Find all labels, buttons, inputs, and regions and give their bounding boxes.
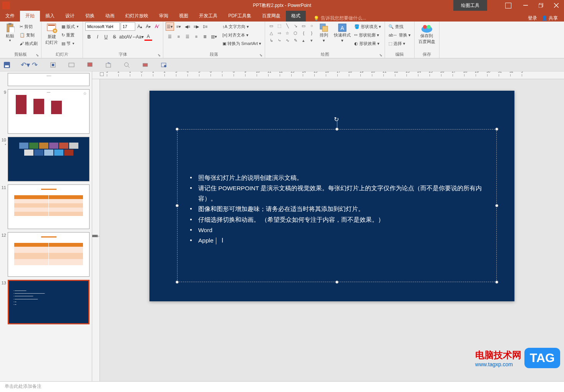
share-button[interactable]: 👤 共享 (542, 15, 558, 22)
dialog-launcher-icon[interactable]: ⬊ (259, 53, 262, 57)
tab-transitions[interactable]: 切换 (80, 10, 100, 22)
tab-animations[interactable]: 动画 (100, 10, 120, 22)
shape-line[interactable]: ╲ (284, 22, 291, 29)
shape-triangle[interactable]: △ (267, 30, 275, 37)
distribute-button[interactable]: ≣ (201, 32, 209, 41)
line-spacing-button[interactable]: ‡≡ (201, 22, 209, 31)
resize-handle-br[interactable] (495, 281, 498, 284)
shape-more-down[interactable]: ▾ (308, 37, 315, 44)
bullet-item[interactable]: 图像和图形可增加趣味；请务必在适当时将其添加到幻灯片。 (190, 204, 487, 214)
columns-button[interactable]: ▥▾ (210, 32, 218, 41)
qat-icon-7[interactable] (160, 61, 168, 69)
shape-effects-button[interactable]: ◐形状效果 ▾ (353, 39, 382, 48)
tab-review[interactable]: 审阅 (154, 10, 174, 22)
shape-curve[interactable]: ∿ (284, 37, 291, 44)
strikethrough-button[interactable]: S (111, 33, 118, 41)
clear-format-button[interactable]: A⁄ (153, 23, 161, 30)
resize-handle-ml[interactable] (176, 204, 179, 207)
tab-developer[interactable]: 开发工具 (194, 10, 223, 22)
qat-icon-6[interactable] (141, 61, 149, 69)
shape-rect[interactable]: ▭ (267, 22, 275, 29)
tab-design[interactable]: 设计 (60, 10, 80, 22)
font-name-input[interactable] (85, 22, 120, 31)
redo-icon[interactable]: ↷ (31, 61, 38, 69)
minimize-button[interactable] (518, 0, 533, 11)
italic-button[interactable]: I (94, 33, 101, 41)
resize-handle-tl[interactable] (176, 128, 179, 131)
bullet-item[interactable]: 照每张幻灯片上的说明创建演示文稿。 (190, 173, 487, 183)
shape-connector1[interactable]: ↳ (267, 37, 275, 44)
shape-freeform[interactable]: ✎ (292, 37, 299, 44)
tab-view[interactable]: 视图 (174, 10, 194, 22)
thumbnail-8-partial[interactable]: ━━━━━━ (0, 73, 92, 88)
close-button[interactable] (549, 0, 564, 11)
shape-fill-button[interactable]: 🪣形状填充 ▾ (353, 22, 382, 31)
paste-button[interactable]: 粘贴 ▼ (2, 22, 18, 43)
select-button[interactable]: ⬚选择 ▾ (387, 39, 411, 48)
bullet-item[interactable]: Word (190, 225, 487, 235)
bullet-item[interactable]: AppleI (190, 235, 487, 246)
bullet-list[interactable]: 照每张幻灯片上的说明创建演示文稿。 请记住 POWERPOINT 是演示文稿的视… (177, 130, 496, 246)
shape-star[interactable]: ☆ (284, 30, 291, 37)
tell-me-search[interactable]: 💡 告诉我您想要做什么... (314, 15, 366, 22)
dialog-launcher-icon[interactable]: ⬊ (158, 53, 161, 57)
shape-more-up[interactable]: ▴ (300, 37, 307, 44)
font-color-button[interactable]: A (144, 33, 152, 41)
shape-lbrace[interactable]: { (300, 30, 307, 37)
layout-button[interactable]: ▦版式 ▼ (60, 22, 80, 31)
thumbnail-13[interactable]: 13 • ━━━━━━━━━━━━━━━ • ━━━━━━━━━━━━━━━━━… (0, 278, 92, 326)
thumbnail-12[interactable]: 12 (0, 231, 92, 278)
shape-oval[interactable]: ○ (308, 22, 315, 29)
bold-button[interactable]: B (85, 33, 93, 41)
decrease-font-button[interactable]: A▾ (144, 23, 152, 30)
restore-button[interactable] (533, 0, 549, 11)
dialog-launcher-icon[interactable]: ⬊ (36, 53, 39, 57)
shape-hexagon[interactable]: ⬡ (292, 30, 299, 37)
qat-icon-4[interactable] (105, 61, 112, 69)
shape-textbox[interactable]: ⬚ (275, 22, 283, 29)
qat-icon-5[interactable] (123, 61, 131, 69)
shadow-button[interactable]: abc (119, 33, 127, 41)
qat-icon-3[interactable] (86, 61, 94, 69)
save-baidu-button[interactable]: 保存到 百度网盘 (417, 22, 437, 45)
tab-format[interactable]: 格式 (286, 10, 306, 22)
cut-button[interactable]: ✂剪切 (18, 22, 39, 31)
tab-baidu[interactable]: 百度网盘 (257, 10, 286, 22)
slide-thumbnails-panel[interactable]: ━━━━━━ 9 ☆ ━━━ 10* 11 (0, 71, 92, 381)
decrease-indent-button[interactable]: ◀≡ (183, 22, 192, 31)
align-text-button[interactable]: [≡]对齐文本 ▾ (221, 31, 262, 39)
thumbnail-9[interactable]: 9 ☆ ━━━ (0, 88, 92, 135)
shape-connector2[interactable]: ⤷ (275, 37, 283, 44)
shape-outline-button[interactable]: ✏形状轮廓 ▾ (353, 31, 382, 39)
tab-pdf[interactable]: PDF工具集 (223, 10, 257, 22)
shape-arrow[interactable]: ↘ (292, 22, 299, 29)
qat-icon-1[interactable] (49, 61, 57, 69)
numbering-button[interactable]: ≡▾ (174, 22, 183, 31)
resize-handle-mr[interactable] (495, 204, 498, 207)
shape-arrow-right[interactable]: ⇨ (275, 30, 283, 37)
align-center-button[interactable]: ≡ (174, 32, 183, 41)
resize-handle-tm[interactable] (335, 128, 338, 131)
dialog-launcher-icon[interactable]: ⬊ (379, 53, 382, 57)
ribbon-options-icon[interactable] (503, 0, 518, 11)
align-right-button[interactable]: ☰ (183, 32, 192, 41)
tab-home[interactable]: 开始 (20, 10, 40, 22)
vertical-ruler[interactable]: 01234567891011121314131211 (92, 79, 100, 381)
slide-canvas-area[interactable]: ↻ 照每张幻灯片上的说明创建演示文稿。 请记住 POWERPOINT 是演示文稿… (100, 79, 564, 381)
find-button[interactable]: 🔍查找 (387, 22, 411, 31)
bullet-item[interactable]: 请记住 POWERPOINT 是演示文稿的视觉效果。每张幻灯片上的文字仅作为论点… (190, 183, 487, 204)
tab-slideshow[interactable]: 幻灯片放映 (120, 10, 154, 22)
arrange-button[interactable]: 排列▾ (316, 22, 332, 44)
shape-rbrace[interactable]: } (308, 30, 315, 37)
bullets-button[interactable]: ☰▾ (166, 22, 174, 31)
shape-gallery[interactable]: ▭ ⬚ ╲ ↘ ▭ ○ △ ⇨ ☆ ⬡ { } ↳ ⤷ ∿ ✎ ▴ ▾ (267, 22, 315, 44)
text-direction-button[interactable]: ↕A文字方向 ▾ (221, 22, 262, 31)
save-icon[interactable] (3, 61, 11, 69)
quick-styles-button[interactable]: A 快速样式▾ (332, 22, 352, 44)
increase-font-button[interactable]: A▴ (136, 23, 144, 30)
underline-button[interactable]: U (102, 33, 110, 41)
content-textbox[interactable]: ↻ 照每张幻灯片上的说明创建演示文稿。 请记住 POWERPOINT 是演示文稿… (177, 129, 497, 282)
resize-handle-bl[interactable] (176, 281, 179, 284)
convert-smartart-button[interactable]: ▣转换为 SmartArt ▾ (221, 39, 262, 48)
change-case-button[interactable]: Aa▾ (136, 33, 144, 41)
